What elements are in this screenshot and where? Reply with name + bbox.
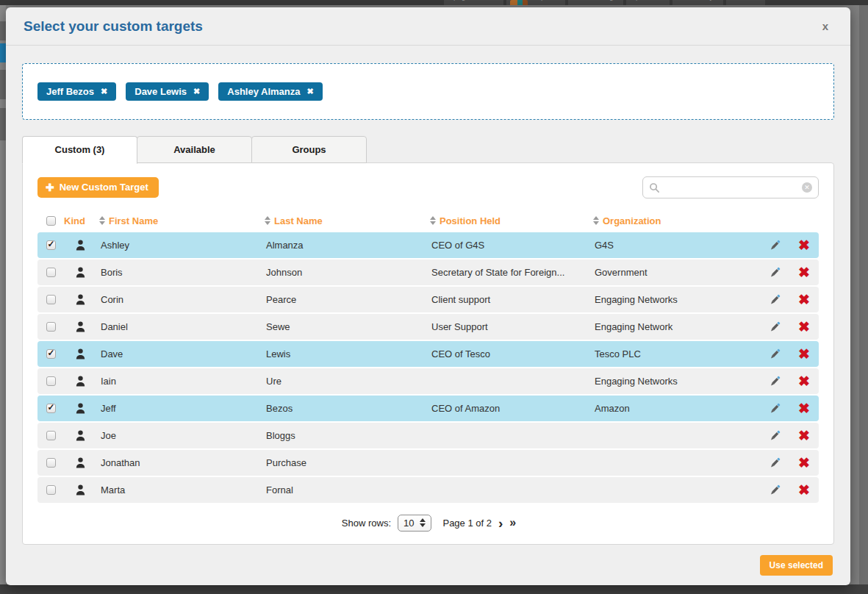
table-row[interactable]: Boris Johnson Secretary of State for For… [37,260,819,285]
first-name-cell: Joe [99,430,265,441]
edit-pencil-icon[interactable] [760,456,789,470]
row-checkbox[interactable] [46,458,56,468]
person-icon [64,402,99,415]
show-rows-select[interactable]: 10 [398,515,431,532]
organization-cell: Engaging Networks [593,376,760,387]
delete-x-icon[interactable]: ✖ [798,374,810,388]
table-row[interactable]: Corin Pearce Client support Engaging Net… [37,287,819,312]
table-row[interactable]: Jeff Bezos CEO of Amazon Amazon ✖ [37,396,819,421]
selected-target-chip-ashley-almanza[interactable]: Ashley Almanza ✖ [218,82,322,101]
chip-remove-icon[interactable]: ✖ [307,87,314,96]
person-icon [64,266,99,279]
chip-label: Jeff Bezos [46,86,94,97]
delete-x-icon[interactable]: ✖ [798,401,810,415]
edit-pencil-icon[interactable] [760,265,789,279]
edit-pencil-icon[interactable] [760,320,789,334]
selected-targets-container: Jeff Bezos ✖ Dave Lewis ✖ Ashley Almanza… [22,63,834,120]
bg-nav-item-page-builder: page builder [444,0,503,5]
row-checkbox[interactable] [46,431,56,440]
organization-cell: Engaging Networks [593,294,760,305]
column-header-last-name[interactable]: Last Name [265,215,430,226]
edit-pencil-icon[interactable] [760,238,789,252]
position-cell: User Support [430,321,593,332]
background-left-strip [0,5,6,584]
search-input[interactable] [660,182,802,193]
row-checkbox[interactable] [46,485,56,495]
edit-pencil-icon[interactable] [760,401,789,415]
last-name-cell: Bloggs [265,430,430,441]
row-checkbox[interactable] [46,404,56,413]
search-box: ✕ [642,176,819,198]
use-selected-button[interactable]: Use selected [760,555,833,576]
first-name-cell: Boris [99,267,265,278]
row-checkbox[interactable] [46,322,56,332]
edit-pencil-icon[interactable] [760,374,789,388]
row-checkbox[interactable] [46,268,56,277]
table-row[interactable]: Joe Bloggs ✖ [37,423,819,448]
row-checkbox[interactable] [46,349,56,359]
delete-x-icon[interactable]: ✖ [798,429,810,443]
bg-nav-item-fundraising: fundraising [568,0,623,5]
row-checkbox[interactable] [46,240,56,250]
delete-x-icon[interactable]: ✖ [798,293,810,307]
new-custom-target-button[interactable]: ✚ New Custom Target [37,177,159,198]
delete-x-icon[interactable]: ✖ [798,320,810,334]
organization-cell: Amazon [593,403,760,414]
position-cell: CEO of G4S [430,240,593,251]
sort-arrows-icon [99,216,105,225]
first-name-cell: Corin [99,294,265,305]
tab-custom-3[interactable]: Custom (3) [22,136,137,164]
table-row[interactable]: Daniel Sewe User Support Engaging Networ… [37,314,819,340]
delete-x-icon[interactable]: ✖ [798,483,810,497]
search-icon [649,182,660,193]
first-name-cell: Marta [99,484,265,495]
background-logo-fragment [510,0,528,5]
chip-remove-icon[interactable]: ✖ [101,87,107,96]
column-header-organization[interactable]: Organization [593,215,760,226]
last-name-cell: Almanza [265,240,430,251]
person-icon [64,239,99,251]
delete-x-icon[interactable]: ✖ [798,456,810,470]
column-header-position-held[interactable]: Position Held [430,215,593,226]
chip-label: Dave Lewis [134,86,187,97]
last-name-cell: Purchase [265,457,430,468]
tab-groups[interactable]: Groups [251,136,367,163]
delete-x-icon[interactable]: ✖ [798,238,810,252]
selected-target-chip-jeff-bezos[interactable]: Jeff Bezos ✖ [37,82,116,101]
person-icon [64,429,99,442]
targets-panel: ✚ New Custom Target ✕ [22,162,834,545]
sort-arrows-icon [265,216,270,225]
edit-pencil-icon[interactable] [760,429,789,443]
table-row[interactable]: Dave Lewis CEO of Tesco Tesco PLC ✖ [37,341,819,367]
background-top-nav: page builder peer to peer fundraising po… [0,0,868,5]
last-name-cell: Fornal [265,484,430,495]
table-row[interactable]: Marta Fornal ✖ [37,477,819,503]
sort-arrows-icon [593,216,599,225]
table-row[interactable]: Ashley Almanza CEO of G4S G4S ✖ [37,232,819,258]
edit-pencil-icon[interactable] [760,483,789,497]
first-name-cell: Jeff [99,403,265,414]
row-checkbox[interactable] [46,295,56,304]
row-checkbox[interactable] [46,376,56,386]
background-right-strip [859,5,868,584]
table-row[interactable]: Jonathan Purchase ✖ [37,450,819,476]
new-custom-target-label: New Custom Target [60,182,148,193]
delete-x-icon[interactable]: ✖ [798,347,810,361]
tab-available[interactable]: Available [137,136,252,163]
last-name-cell: Bezos [265,403,430,414]
next-page-icon[interactable]: › [498,516,503,530]
pagination: Show rows: 10 Page 1 of 2 › » [37,512,819,534]
chip-remove-icon[interactable]: ✖ [193,87,200,96]
close-icon[interactable]: x [818,18,833,34]
person-icon [64,375,99,387]
edit-pencil-icon[interactable] [760,293,789,307]
column-header-first-name[interactable]: First Name [99,215,265,226]
select-all-checkbox[interactable] [46,216,56,226]
last-page-icon[interactable]: » [509,517,514,529]
delete-x-icon[interactable]: ✖ [798,265,810,279]
position-cell: CEO of Amazon [430,403,593,414]
selected-target-chip-dave-lewis[interactable]: Dave Lewis ✖ [126,82,209,101]
edit-pencil-icon[interactable] [760,347,789,361]
table-row[interactable]: Iain Ure Engaging Networks ✖ [37,368,819,394]
clear-search-icon[interactable]: ✕ [802,182,812,193]
